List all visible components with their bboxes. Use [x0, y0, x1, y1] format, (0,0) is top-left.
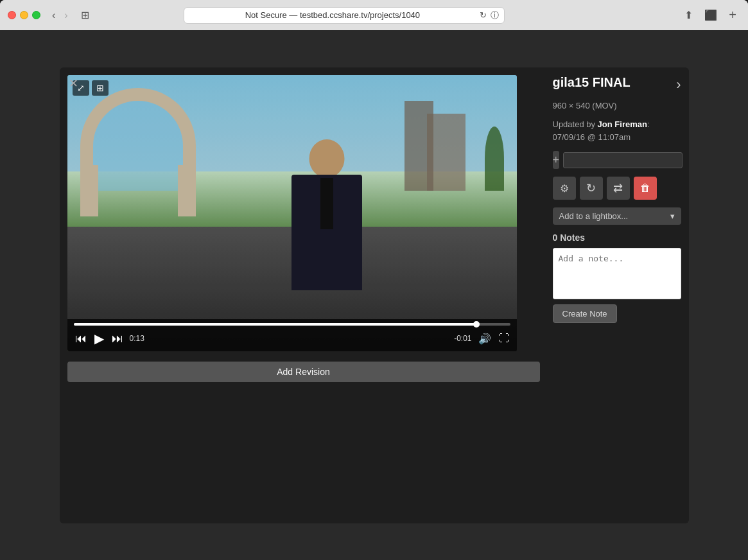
- reload-icon[interactable]: ↻: [480, 10, 487, 20]
- file-dimensions: 960 × 540 (MOV): [553, 101, 681, 110]
- file-updated-info: Updated by Jon Fireman: 07/09/16 @ 11:07…: [553, 118, 681, 143]
- video-player[interactable]: ⤢ ⊞ ⏮ ▶ ⏭ 0:13: [67, 75, 517, 351]
- progress-handle[interactable]: [473, 321, 480, 328]
- updated-time: 07/09/16 @ 11:07am: [553, 132, 631, 142]
- minimize-traffic-light[interactable]: [20, 11, 28, 19]
- fullscreen-traffic-light[interactable]: [32, 11, 40, 19]
- new-tab-button[interactable]: +: [725, 6, 740, 24]
- lightbox-dropdown-button[interactable]: Add to a lightbox... ▾: [553, 207, 681, 225]
- progress-fill: [74, 323, 480, 326]
- notes-section: 0 Notes Create Note: [553, 232, 681, 323]
- modal-container: ✕: [60, 67, 689, 523]
- note-textarea[interactable]: [553, 248, 681, 299]
- add-tag-button[interactable]: +: [553, 151, 560, 169]
- progress-bar[interactable]: [74, 323, 510, 326]
- action-buttons: ⚙ ↻ ⇄ 🗑: [553, 177, 681, 200]
- remaining-time: -0:01: [454, 334, 471, 343]
- move-button[interactable]: ⇄: [607, 177, 630, 200]
- delete-button[interactable]: 🗑: [634, 177, 657, 200]
- author-name: Jon Fireman: [598, 119, 647, 129]
- tag-input-field[interactable]: [563, 152, 683, 168]
- settings-button[interactable]: ⚙: [553, 177, 576, 200]
- info-panel: gila15 FINAL › 960 × 540 (MOV) Updated b…: [540, 75, 681, 516]
- play-button[interactable]: ▶: [93, 329, 105, 347]
- fast-forward-button[interactable]: ⏭: [110, 331, 125, 347]
- page-background: ✕: [0, 30, 748, 560]
- share-button[interactable]: ⬆: [681, 6, 697, 24]
- volume-button[interactable]: 🔊: [477, 331, 492, 346]
- browser-actions: ⬆ ⬛ +: [681, 6, 740, 24]
- grid-icon-button[interactable]: ⊞: [92, 80, 109, 96]
- video-controls: ⏮ ▶ ⏭ 0:13 -0:01 🔊 ⛶: [67, 319, 517, 351]
- traffic-lights: [8, 11, 40, 19]
- address-bar[interactable]: Not Secure — testbed.ccshare.tv/projects…: [184, 7, 505, 24]
- add-revision-button[interactable]: Add Revision: [67, 362, 540, 382]
- modal-body: ⤢ ⊞ ⏮ ▶ ⏭ 0:13: [60, 67, 689, 523]
- window-button[interactable]: ⬛: [700, 6, 721, 24]
- nav-buttons: ‹ ›: [48, 8, 72, 22]
- forward-button[interactable]: ›: [60, 8, 71, 22]
- updated-suffix: :: [647, 119, 650, 129]
- sidebar-toggle-button[interactable]: ⊞: [77, 8, 93, 22]
- info-header: gila15 FINAL ›: [553, 75, 681, 93]
- notes-count: 0 Notes: [553, 232, 681, 243]
- info-icon[interactable]: ⓘ: [491, 10, 499, 21]
- video-frame: [67, 75, 517, 351]
- close-traffic-light[interactable]: [8, 11, 16, 19]
- video-section: ⤢ ⊞ ⏮ ▶ ⏭ 0:13: [67, 75, 540, 516]
- scene-overlay: [67, 75, 517, 351]
- tag-input-row: +: [553, 151, 681, 169]
- controls-row: ⏮ ▶ ⏭ 0:13 -0:01 🔊 ⛶: [74, 329, 510, 347]
- back-button[interactable]: ‹: [48, 8, 59, 22]
- browser-titlebar: ‹ › ⊞ Not Secure — testbed.ccshare.tv/pr…: [0, 0, 748, 30]
- lightbox-label: Add to a lightbox...: [559, 211, 629, 221]
- next-button[interactable]: ›: [676, 76, 681, 93]
- current-time: 0:13: [130, 334, 144, 343]
- updated-prefix: Updated by: [553, 119, 598, 129]
- modal-close-button[interactable]: ✕: [69, 76, 78, 91]
- lightbox-arrow-icon: ▾: [670, 211, 675, 221]
- rotate-button[interactable]: ↻: [580, 177, 603, 200]
- rewind-button[interactable]: ⏮: [74, 331, 88, 347]
- address-bar-text: Not Secure — testbed.ccshare.tv/projects…: [189, 10, 476, 20]
- browser-chrome: ‹ › ⊞ Not Secure — testbed.ccshare.tv/pr…: [0, 0, 748, 30]
- fullscreen-button[interactable]: ⛶: [498, 331, 510, 346]
- create-note-button[interactable]: Create Note: [553, 304, 617, 323]
- file-title: gila15 FINAL: [553, 75, 631, 90]
